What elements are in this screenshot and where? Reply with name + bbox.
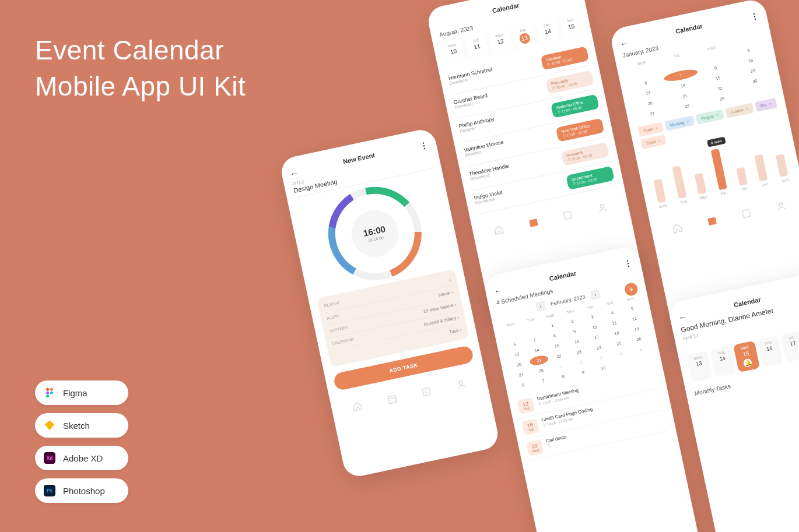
tool-label: Figma (63, 388, 87, 398)
back-icon[interactable]: ← (289, 168, 299, 179)
day-card[interactable]: TUE14 (710, 346, 736, 377)
more-icon[interactable]: ⋮ (419, 140, 429, 152)
tool-label: Photoshop (63, 486, 105, 496)
figma-icon (43, 386, 56, 399)
tool-ps: PsPhotoshop (35, 478, 128, 503)
calendar-icon[interactable] (386, 393, 398, 405)
svg-line-10 (388, 397, 395, 399)
phone4-title: Calendar (675, 22, 703, 35)
back-icon[interactable]: ← (678, 312, 688, 323)
sketch-icon (43, 419, 56, 432)
svg-point-17 (600, 204, 604, 208)
hero-line-1: Event Calendar (35, 32, 246, 68)
calendar-icon[interactable] (527, 216, 539, 228)
bar[interactable]: TUE (668, 165, 692, 205)
svg-text:Xd: Xd (47, 455, 53, 461)
day-cell[interactable]: 14 (527, 344, 546, 356)
svg-point-0 (46, 388, 49, 391)
list-icon[interactable] (420, 386, 433, 398)
mockups: ← New Event ⋮ TITLE Design Meeting 16:00… (243, 0, 799, 532)
phone3-title: Calendar (549, 270, 577, 283)
bar[interactable]: SUN (772, 153, 793, 184)
svg-rect-15 (529, 219, 538, 227)
svg-rect-11 (422, 387, 430, 396)
day-cell[interactable]: 8 (553, 371, 573, 383)
home-icon[interactable] (493, 224, 505, 236)
home-icon[interactable] (351, 400, 363, 413)
day-cell[interactable] (633, 354, 653, 366)
day-card[interactable]: TUE11 (465, 33, 489, 59)
filter-tag[interactable]: Team × (640, 135, 666, 149)
bar[interactable]: WED (691, 172, 712, 201)
day-card[interactable]: FRI17 (780, 331, 799, 362)
more-icon[interactable]: ⋮ (566, 0, 576, 1)
day-cell[interactable]: 10 (593, 362, 613, 374)
svg-point-4 (46, 394, 49, 397)
tool-label: Sketch (63, 421, 90, 431)
svg-line-13 (425, 392, 429, 393)
profile-icon[interactable] (455, 378, 467, 390)
calendar-icon[interactable] (706, 214, 718, 227)
phone5-title: Calendar (733, 296, 762, 309)
day-card[interactable]: MON10 (441, 38, 465, 65)
svg-text:Ps: Ps (47, 488, 53, 494)
day-card[interactable]: FRI14 (535, 18, 560, 44)
ps-icon: Ps (43, 484, 56, 497)
svg-point-1 (50, 388, 53, 391)
month-label: February, 2023 (550, 294, 586, 306)
day-cell[interactable]: 9 (573, 366, 593, 378)
tool-sketch: Sketch (35, 413, 128, 438)
list-icon[interactable] (562, 209, 574, 221)
people-list: Hermann SchnitzelDeveloperVacation⏱ 10:0… (447, 42, 616, 215)
tool-figma: Figma (35, 380, 128, 405)
filter-tag[interactable]: Pro × (755, 98, 777, 112)
phone1-title: New Event (342, 152, 376, 165)
bell-icon: 🔔 (743, 358, 753, 368)
phone2-title: Calendar (492, 2, 520, 15)
filter-tag[interactable]: Meeting × (664, 115, 695, 131)
tools-list: FigmaSketchXdAdobe XDPsPhotoshop (35, 380, 128, 503)
bar[interactable]: FRI (732, 166, 752, 192)
profile-icon[interactable] (596, 202, 608, 214)
bar[interactable]: THU (707, 148, 733, 197)
svg-rect-9 (388, 395, 397, 404)
day-cell[interactable] (613, 358, 633, 370)
next-month-button[interactable]: › (590, 289, 601, 300)
tool-label: Adobe XD (63, 453, 103, 463)
prev-month-button[interactable]: ‹ (535, 301, 546, 312)
profile-icon[interactable] (775, 200, 787, 212)
list-icon[interactable] (740, 207, 752, 220)
more-icon[interactable]: ⋮ (749, 10, 759, 22)
bar-tooltip: 8 tasks (707, 136, 726, 147)
bar[interactable]: MON (649, 178, 671, 210)
svg-point-3 (50, 392, 53, 394)
day-cell[interactable]: 7 (533, 375, 553, 387)
day-card[interactable]: THU13 (511, 23, 536, 50)
svg-point-2 (46, 392, 49, 394)
more-icon[interactable]: ⋮ (623, 258, 633, 269)
svg-line-12 (425, 390, 428, 391)
xd-icon: Xd (43, 452, 56, 464)
tool-xd: XdAdobe XD (35, 446, 128, 470)
day-cell[interactable]: 6 (513, 379, 533, 391)
day-card[interactable]: WED15🔔 (733, 341, 759, 372)
svg-point-20 (779, 202, 783, 206)
day-card[interactable]: SAT15 (559, 13, 583, 40)
svg-point-14 (458, 380, 462, 385)
day-card[interactable]: THU16 (757, 336, 783, 367)
svg-rect-18 (707, 217, 717, 226)
home-icon[interactable] (671, 222, 684, 234)
day-card[interactable]: MON13 (686, 351, 713, 382)
bar[interactable]: SAT (751, 153, 773, 188)
day-card[interactable]: WED12 (488, 28, 513, 54)
clock-picker[interactable]: 16:00 till 18.00 (297, 179, 453, 288)
back-icon[interactable]: ← (493, 286, 503, 297)
filter-tag[interactable]: Project × (696, 109, 724, 124)
filter-tag[interactable]: Course × (725, 103, 754, 118)
filter-tag[interactable]: Team × (638, 122, 664, 136)
svg-rect-19 (742, 209, 751, 217)
svg-rect-16 (564, 211, 572, 219)
back-icon[interactable]: ← (619, 38, 629, 49)
hero-line-2: Mobile App UI Kit (35, 68, 246, 104)
hero-title: Event Calendar Mobile App UI Kit (35, 32, 246, 104)
